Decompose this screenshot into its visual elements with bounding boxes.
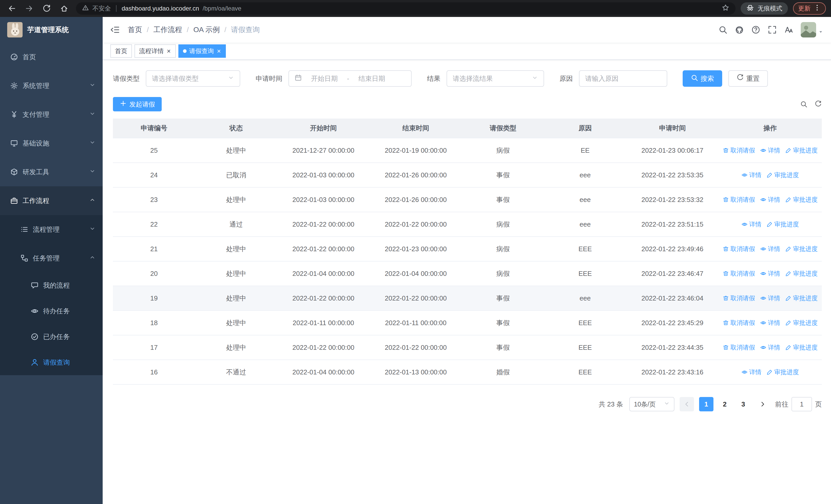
bookmark-star-button[interactable] (722, 4, 729, 13)
column-header: 原因 (544, 119, 626, 138)
create-leave-button[interactable]: 发起请假 (113, 97, 162, 111)
cancel-leave-link[interactable]: 取消请假 (723, 343, 755, 352)
cancel-leave-link[interactable]: 取消请假 (723, 245, 755, 253)
detail-link[interactable]: 详情 (741, 171, 762, 179)
table-row: 17处理中2022-01-22 00:00:002022-01-22 00:00… (113, 335, 822, 360)
fullscreen-button[interactable] (768, 25, 777, 34)
prev-page-button[interactable] (680, 397, 694, 411)
sidebar-item-devtools[interactable]: 研发工具 (0, 157, 103, 186)
settings-icon (10, 82, 18, 90)
help-button[interactable] (751, 25, 760, 34)
end-date-input[interactable] (352, 75, 391, 83)
detail-link[interactable]: 详情 (760, 245, 780, 253)
detail-link[interactable]: 详情 (760, 196, 780, 204)
sidebar-item-system[interactable]: 系统管理 (0, 71, 103, 100)
cell-type: 事假 (462, 335, 544, 360)
close-tab-icon[interactable]: × (166, 48, 171, 54)
next-page-button[interactable] (755, 397, 770, 411)
detail-link[interactable]: 详情 (760, 343, 780, 352)
cell-reason: EEE (544, 310, 626, 335)
chevron-down-icon (228, 75, 234, 81)
breadcrumb-item-workflow[interactable]: 工作流程 (153, 25, 182, 35)
edit-icon (785, 345, 792, 351)
plus-icon (120, 100, 127, 109)
breadcrumb-item-home[interactable]: 首页 (128, 25, 142, 35)
font-size-button[interactable] (784, 25, 793, 34)
detail-link[interactable]: 详情 (760, 294, 780, 302)
page-button-1[interactable]: 1 (699, 397, 713, 411)
sidebar-item-todo-tasks[interactable]: 待办任务 (0, 298, 103, 324)
sidebar-item-label: 我的流程 (43, 281, 70, 290)
page-button-2[interactable]: 2 (718, 397, 732, 411)
progress-link[interactable]: 审批进度 (785, 294, 818, 302)
home-button[interactable] (57, 2, 71, 15)
browser-menu-icon[interactable] (813, 4, 821, 13)
detail-link[interactable]: 详情 (760, 269, 780, 278)
sidebar-item-task-mgmt[interactable]: 任务管理 (0, 244, 103, 272)
detail-link[interactable]: 详情 (741, 220, 762, 228)
progress-link[interactable]: 审批进度 (767, 171, 799, 179)
cell-start: 2022-01-22 00:00:00 (277, 212, 370, 237)
cell-actions: 取消请假详情审批进度 (719, 237, 822, 261)
tab-label: 首页 (115, 47, 127, 55)
progress-link[interactable]: 审批进度 (785, 245, 818, 253)
progress-link[interactable]: 审批进度 (785, 319, 818, 327)
app-logo[interactable]: 芋道管理系统 (0, 17, 103, 42)
sidebar-item-infrastructure[interactable]: 基础设施 (0, 129, 103, 157)
sidebar-item-my-process[interactable]: 我的流程 (0, 272, 103, 298)
progress-link[interactable]: 审批进度 (767, 368, 799, 376)
close-tab-icon[interactable]: × (216, 48, 221, 54)
forward-icon (25, 4, 33, 12)
search-button[interactable]: 搜索 (683, 70, 722, 87)
result-select[interactable]: 请选择流结果 (447, 70, 544, 87)
sidebar-item-done-tasks[interactable]: 已办任务 (0, 324, 103, 350)
browser-update-button[interactable]: 更新 (793, 2, 826, 14)
sidebar-item-process-mgmt[interactable]: 流程管理 (0, 215, 103, 244)
tab-home[interactable]: 首页 (110, 45, 132, 58)
progress-link[interactable]: 审批进度 (785, 269, 818, 278)
reason-input[interactable] (579, 71, 667, 86)
page-button-3[interactable]: 3 (736, 397, 750, 411)
search-toggle-icon[interactable] (800, 100, 807, 108)
sidebar-collapse-button[interactable] (110, 25, 120, 34)
cell-reason: EEE (544, 261, 626, 286)
goto-page-input[interactable] (792, 397, 812, 411)
detail-link[interactable]: 详情 (760, 319, 780, 327)
cancel-leave-link[interactable]: 取消请假 (723, 319, 755, 327)
detail-link[interactable]: 详情 (741, 368, 762, 376)
cancel-leave-link[interactable]: 取消请假 (723, 196, 755, 204)
apply-time-range-picker[interactable]: - (288, 70, 412, 87)
chevron-down-icon (89, 111, 95, 117)
progress-link[interactable]: 审批进度 (785, 196, 818, 204)
edit-icon (785, 197, 792, 203)
delete-icon (723, 246, 729, 252)
sidebar-item-payment[interactable]: 支付管理 (0, 100, 103, 129)
tab-leave-query[interactable]: 请假查询× (178, 45, 226, 58)
cancel-leave-link[interactable]: 取消请假 (723, 294, 755, 302)
tab-process-detail[interactable]: 流程详情× (135, 45, 176, 58)
github-button[interactable] (735, 25, 744, 34)
reset-button[interactable]: 重置 (728, 70, 768, 87)
cancel-leave-link[interactable]: 取消请假 (723, 146, 755, 154)
edit-icon (785, 320, 792, 326)
page-size-select[interactable]: 10条/页 (629, 397, 675, 411)
cancel-leave-link[interactable]: 取消请假 (723, 269, 755, 278)
detail-link[interactable]: 详情 (760, 146, 780, 154)
start-date-input[interactable] (305, 75, 344, 83)
address-bar[interactable]: 不安全 dashboard.yudao.iocoder.cn /bpm/oa/l… (76, 2, 736, 14)
table-refresh-icon[interactable] (814, 100, 822, 108)
sidebar-item-home[interactable]: 首页 (0, 42, 103, 71)
search-button[interactable] (719, 25, 727, 34)
progress-link[interactable]: 审批进度 (785, 343, 818, 352)
sidebar-item-workflow[interactable]: 工作流程 (0, 186, 103, 215)
cell-type: 病假 (462, 138, 544, 163)
back-button[interactable] (5, 2, 19, 15)
sidebar-item-leave-query[interactable]: 请假查询 (0, 350, 103, 375)
progress-link[interactable]: 审批进度 (767, 220, 799, 228)
reload-button[interactable] (40, 2, 53, 15)
progress-link[interactable]: 审批进度 (785, 146, 818, 154)
forward-button[interactable] (23, 2, 36, 15)
user-avatar-menu[interactable] (801, 22, 823, 37)
leave-type-select[interactable]: 请选择请假类型 (146, 70, 240, 87)
breadcrumb-item-oa[interactable]: OA 示例 (194, 25, 220, 35)
